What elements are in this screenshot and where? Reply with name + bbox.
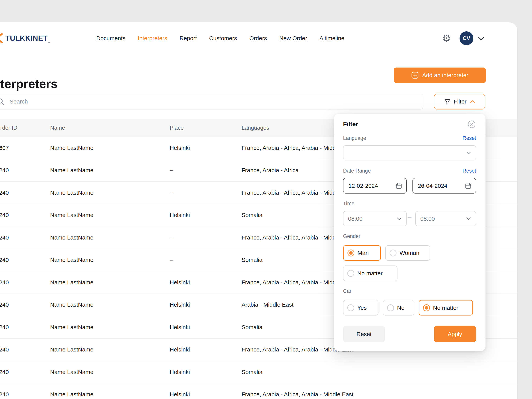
brand-logo: TULKKINET bbox=[0, 32, 50, 45]
gender-option-man[interactable]: Man bbox=[343, 245, 381, 261]
date-to-input[interactable]: 26-04-2024 bbox=[412, 178, 476, 194]
chevron-down-icon bbox=[466, 151, 471, 155]
nav-item-new-order[interactable]: New Order bbox=[279, 35, 307, 42]
cell-place: – bbox=[170, 159, 173, 182]
cell-languages: Somalia bbox=[242, 249, 262, 271]
time-to-value: 08:00 bbox=[420, 216, 435, 222]
date-to-value: 26-04-2024 bbox=[418, 183, 447, 189]
search-input[interactable] bbox=[0, 94, 423, 110]
cell-languages: France, Arabia - Africa, Arabia - Middle… bbox=[242, 383, 354, 399]
cell-place: – bbox=[170, 249, 173, 271]
brand-trademark-mark bbox=[48, 42, 50, 43]
add-interpreter-button[interactable]: Add an interpreter bbox=[394, 67, 486, 83]
radio-selected-icon bbox=[348, 249, 355, 256]
radio-unselected-icon bbox=[347, 270, 354, 277]
column-header-place: Place bbox=[170, 119, 184, 137]
cell-order-id: 1240 bbox=[0, 339, 9, 361]
language-reset-link[interactable]: Reset bbox=[462, 135, 476, 141]
chevron-down-icon bbox=[466, 217, 471, 221]
car-option-no-label: No bbox=[397, 305, 404, 311]
nav-item-interpreters[interactable]: Interpreters bbox=[138, 35, 167, 42]
cell-place: – bbox=[170, 226, 173, 249]
brand-name: TULKKINET bbox=[5, 34, 48, 43]
language-select[interactable] bbox=[343, 145, 476, 160]
chevron-down-icon bbox=[397, 217, 402, 221]
cell-order-id: 1240 bbox=[0, 316, 9, 338]
cell-place: Helsinki bbox=[170, 339, 190, 361]
gender-label: Gender bbox=[343, 233, 360, 239]
language-label: Language bbox=[343, 135, 366, 141]
calendar-icon bbox=[465, 183, 471, 189]
radio-unselected-icon bbox=[390, 249, 397, 256]
car-label: Car bbox=[343, 288, 352, 294]
cell-place: Helsinki bbox=[170, 361, 190, 383]
time-to-select[interactable]: 08:00 bbox=[415, 211, 476, 226]
account-chevron-down-icon[interactable] bbox=[478, 37, 485, 41]
plus-square-icon bbox=[411, 71, 419, 79]
settings-gear-icon[interactable]: ⚙ bbox=[442, 32, 451, 45]
avatar-initials: CV bbox=[463, 35, 470, 41]
table-row[interactable]: 1240 Name LastName Helsinki Somalia bbox=[0, 361, 517, 383]
car-option-yes-label: Yes bbox=[357, 305, 367, 311]
time-from-value: 08:00 bbox=[348, 216, 362, 222]
cell-order-id: 1240 bbox=[0, 226, 9, 249]
column-header-languages: Languages bbox=[242, 119, 269, 137]
filter-reset-button[interactable]: Reset bbox=[343, 326, 385, 342]
cell-place: Helsinki bbox=[170, 137, 190, 159]
cell-order-id: 1240 bbox=[0, 294, 9, 316]
cell-languages: France, Arabia - Africa bbox=[242, 159, 299, 182]
time-from-select[interactable]: 08:00 bbox=[343, 211, 407, 226]
date-from-value: 12-02-2024 bbox=[348, 183, 378, 189]
date-range-label: Date Range bbox=[343, 168, 371, 174]
car-option-no-matter[interactable]: No matter bbox=[419, 300, 473, 315]
avatar[interactable]: CV bbox=[460, 31, 473, 45]
cell-name: Name LastName bbox=[50, 226, 93, 249]
filter-toggle-label: Filter bbox=[454, 98, 467, 105]
cell-place: Helsinki bbox=[170, 271, 190, 294]
car-option-no[interactable]: No bbox=[383, 300, 414, 315]
radio-selected-icon bbox=[423, 304, 430, 311]
cell-name: Name LastName bbox=[50, 137, 93, 159]
car-option-no-matter-label: No matter bbox=[433, 305, 458, 311]
date-from-input[interactable]: 12-02-2024 bbox=[343, 178, 407, 194]
main-nav: Documents Interpreters Report Customers … bbox=[96, 34, 344, 43]
radio-unselected-icon bbox=[347, 304, 354, 311]
table-row[interactable]: 1240 Name LastName Helsinki France, Arab… bbox=[0, 383, 517, 399]
nav-item-a-timeline[interactable]: A timeline bbox=[319, 35, 344, 42]
cell-name: Name LastName bbox=[50, 159, 93, 182]
cell-name: Name LastName bbox=[50, 182, 93, 204]
cell-order-id: 1240 bbox=[0, 249, 9, 271]
nav-item-orders[interactable]: Orders bbox=[249, 35, 267, 42]
app-window: TULKKINET Documents Interpreters Report … bbox=[0, 0, 532, 399]
calendar-icon bbox=[396, 183, 402, 189]
page-title: Interpreters bbox=[0, 77, 58, 91]
time-label: Time bbox=[343, 201, 355, 207]
cell-name: Name LastName bbox=[50, 361, 93, 383]
cell-order-id: 1240 bbox=[0, 204, 9, 226]
gender-option-woman[interactable]: Woman bbox=[385, 245, 430, 261]
gender-option-no-matter[interactable]: No matter bbox=[343, 266, 398, 281]
close-icon[interactable] bbox=[467, 120, 476, 129]
nav-item-customers[interactable]: Customers bbox=[209, 35, 237, 42]
nav-item-report[interactable]: Report bbox=[179, 35, 197, 42]
column-header-order-id: Order ID bbox=[0, 119, 17, 137]
time-range-separator: – bbox=[408, 213, 412, 221]
filter-panel-title: Filter bbox=[343, 121, 358, 128]
chevron-up-icon bbox=[469, 100, 475, 103]
cell-order-id: 1240 bbox=[0, 159, 9, 182]
filter-apply-button[interactable]: Apply bbox=[434, 326, 476, 342]
cell-name: Name LastName bbox=[50, 271, 93, 294]
gender-option-woman-label: Woman bbox=[399, 250, 419, 256]
gender-option-man-label: Man bbox=[357, 250, 369, 256]
nav-item-documents[interactable]: Documents bbox=[96, 35, 126, 42]
car-option-yes[interactable]: Yes bbox=[343, 300, 378, 315]
main-card: TULKKINET Documents Interpreters Report … bbox=[0, 22, 517, 399]
filter-toggle-button[interactable]: Filter bbox=[434, 94, 485, 110]
cell-name: Name LastName bbox=[50, 294, 93, 316]
cell-order-id: 1240 bbox=[0, 361, 9, 383]
date-range-reset-link[interactable]: Reset bbox=[462, 168, 476, 174]
gender-option-no-matter-label: No matter bbox=[357, 270, 383, 277]
cell-order-id: 1607 bbox=[0, 137, 9, 159]
add-interpreter-label: Add an interpreter bbox=[422, 72, 468, 78]
cell-order-id: 1240 bbox=[0, 383, 9, 399]
